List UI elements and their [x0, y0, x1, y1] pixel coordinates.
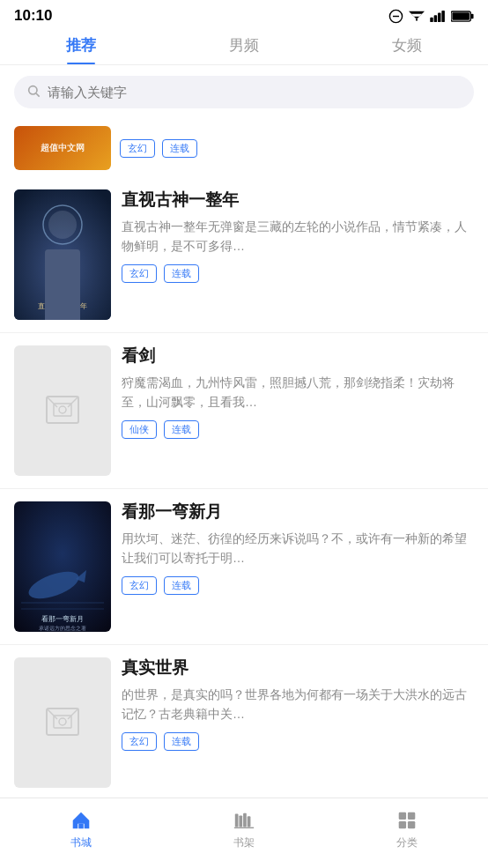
svg-rect-45 — [408, 812, 415, 820]
home-icon — [70, 809, 92, 832]
svg-point-18 — [52, 256, 73, 299]
svg-rect-12 — [452, 12, 470, 19]
bookshelf-icon — [233, 809, 255, 832]
svg-point-19 — [58, 250, 67, 259]
svg-rect-38 — [79, 824, 85, 829]
book-desc-4: 的世界，是真实的吗？世界各地为何都有一场关于大洪水的远古记忆？古老典籍中关… — [122, 685, 474, 724]
svg-rect-40 — [239, 815, 242, 827]
book-cover-4 — [14, 657, 111, 788]
book-info-4: 真实世界 的世界，是真实的吗？世界各地为何都有一场关于大洪水的远古记忆？古老典籍… — [122, 657, 474, 751]
book-cover-placeholder-4 — [45, 707, 80, 738]
tag-lianzai: 连载 — [162, 139, 197, 158]
svg-rect-8 — [438, 13, 441, 23]
book-1-tag-1: 连载 — [164, 264, 199, 283]
svg-rect-7 — [434, 15, 438, 22]
svg-rect-41 — [243, 813, 247, 827]
book-2-tag-1: 连载 — [164, 420, 199, 439]
svg-marker-4 — [414, 17, 419, 19]
svg-rect-46 — [398, 821, 405, 828]
top-tab-bar: 推荐 男频 女频 — [0, 28, 488, 65]
svg-rect-39 — [235, 814, 239, 827]
book-desc-2: 狩魔需渴血，九州恃风雷，照胆撼八荒，那剑绕指柔！灾劫将至，山河飘零，且看我… — [122, 373, 474, 412]
svg-rect-44 — [398, 812, 405, 820]
book-desc-1: 直视古神一整年无弹窗是三藏的左轮的小说作品，情节紧凑，人物鲜明，是不可多得… — [122, 217, 474, 256]
do-not-disturb-icon — [388, 9, 403, 24]
nav-item-bookstore[interactable]: 书城 — [0, 809, 163, 857]
svg-point-26 — [59, 406, 66, 413]
book-title-3: 看那一弯新月 — [122, 501, 474, 523]
featured-banner[interactable]: 超值中文网 玄幻 连载 — [14, 119, 474, 177]
battery-icon — [451, 11, 474, 22]
book-info-3: 看那一弯新月 用坎坷、迷茫、彷徨的经历来诉说吗？不，或许有一种新的希望让我们可以… — [122, 501, 474, 595]
search-input[interactable] — [48, 85, 462, 100]
svg-rect-42 — [248, 816, 251, 827]
nav-item-category[interactable]: 分类 — [325, 809, 488, 857]
wifi-icon — [409, 10, 425, 22]
search-bar[interactable] — [14, 76, 474, 108]
book-tags-4: 玄幻 连载 — [122, 732, 474, 751]
book-4-tag-0: 玄幻 — [122, 732, 157, 751]
tab-female[interactable]: 女频 — [325, 35, 488, 64]
book-cover-svg-1: 直视古神一整年 超值中文网 — [14, 189, 111, 320]
book-cover-3: 看那一弯新月 承诺远方的思念之著 — [14, 501, 111, 632]
book-item-4[interactable]: 真实世界 的世界，是真实的吗？世界各地为何都有一场关于大洪水的远古记忆？古老典籍… — [0, 645, 488, 801]
svg-text:直视古神一整年: 直视古神一整年 — [38, 302, 87, 310]
book-3-tag-1: 连载 — [164, 576, 199, 595]
svg-rect-15 — [14, 189, 111, 320]
svg-point-17 — [48, 211, 77, 239]
tab-male[interactable]: 男频 — [163, 35, 326, 64]
svg-rect-11 — [471, 13, 474, 19]
nav-item-shelf[interactable]: 书架 — [163, 809, 326, 857]
book-info-1: 直视古神一整年 直视古神一整年无弹窗是三藏的左轮的小说作品，情节紧凑，人物鲜明，… — [122, 189, 474, 283]
svg-line-23 — [47, 397, 57, 407]
book-title-2: 看剑 — [122, 345, 474, 367]
book-cover-placeholder-2 — [45, 395, 80, 427]
nav-label-category: 分类 — [396, 835, 418, 850]
book-info-2: 看剑 狩魔需渴血，九州恃风雷，照胆撼八荒，那剑绕指柔！灾劫将至，山河飘零，且看我… — [122, 345, 474, 439]
book-desc-3: 用坎坷、迷茫、彷徨的经历来诉说吗？不，或许有一种新的希望让我们可以寄托于明… — [122, 529, 474, 568]
book-2-tag-0: 仙侠 — [122, 420, 157, 439]
svg-rect-27 — [14, 501, 111, 632]
featured-banner-label: 超值中文网 — [41, 142, 85, 154]
grid-icon — [396, 809, 418, 832]
book-cover-1: 直视古神一整年 超值中文网 — [14, 189, 111, 320]
book-tags-3: 玄幻 连载 — [122, 576, 474, 595]
featured-banner-image: 超值中文网 — [14, 126, 111, 170]
svg-rect-47 — [408, 821, 415, 828]
book-list: 超值中文网 玄幻 连载 — [0, 119, 488, 868]
svg-text:看那一弯新月: 看那一弯新月 — [41, 615, 84, 623]
featured-banner-tags: 玄幻 连载 — [120, 139, 197, 158]
book-cover-2 — [14, 345, 111, 476]
svg-line-14 — [36, 93, 40, 97]
svg-rect-6 — [430, 18, 433, 22]
svg-point-5 — [416, 19, 418, 20]
book-tags-2: 仙侠 连载 — [122, 420, 474, 439]
svg-line-35 — [68, 708, 78, 719]
search-icon — [26, 84, 41, 100]
status-icons — [388, 9, 474, 24]
tag-xuanhuan: 玄幻 — [120, 139, 155, 158]
status-time: 10:10 — [14, 7, 52, 25]
book-title-1: 直视古神一整年 — [122, 189, 474, 211]
bottom-nav: 书城 书架 分类 — [0, 798, 488, 868]
nav-label-shelf: 书架 — [233, 835, 255, 850]
book-tags-1: 玄幻 连载 — [122, 264, 474, 283]
status-bar: 10:10 — [0, 0, 488, 28]
book-4-tag-1: 连载 — [164, 732, 199, 751]
book-3-tag-0: 玄幻 — [122, 576, 157, 595]
nav-label-bookstore: 书城 — [70, 835, 92, 850]
book-item-1[interactable]: 直视古神一整年 超值中文网 直视古神一整年 直视古神一整年无弹窗是三藏的左轮的小… — [0, 177, 488, 333]
book-1-tag-0: 玄幻 — [122, 264, 157, 283]
book-cover-svg-3: 看那一弯新月 承诺远方的思念之著 — [14, 501, 111, 632]
svg-point-13 — [29, 86, 37, 94]
book-item-2[interactable]: 看剑 狩魔需渴血，九州恃风雷，照胆撼八荒，那剑绕指柔！灾劫将至，山河飘零，且看我… — [0, 333, 488, 489]
book-item-3[interactable]: 看那一弯新月 承诺远方的思念之著 看那一弯新月 用坎坷、迷茫、彷徨的经历来诉说吗… — [0, 489, 488, 645]
signal-icon — [430, 10, 446, 22]
svg-rect-9 — [441, 11, 445, 22]
svg-point-37 — [59, 718, 66, 725]
svg-line-24 — [68, 397, 78, 407]
tab-recommend[interactable]: 推荐 — [0, 35, 163, 64]
book-title-4: 真实世界 — [122, 657, 474, 679]
svg-text:超值中文网: 超值中文网 — [49, 312, 76, 318]
svg-line-34 — [47, 708, 57, 719]
